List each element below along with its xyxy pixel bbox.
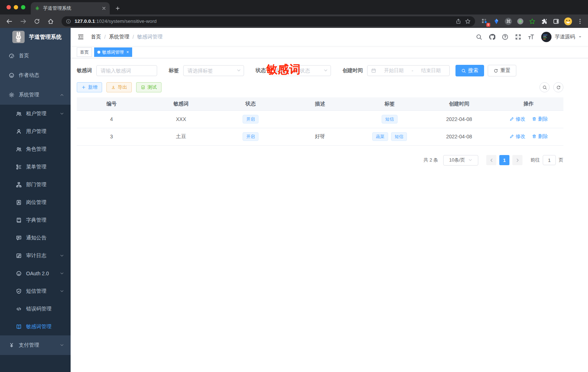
system-submenu: 租户管理 用户管理 角色管理 菜单管理 部门管理 岗位管理	[0, 105, 71, 335]
sidebar-item-system[interactable]: 系统管理	[0, 85, 71, 105]
trash-icon	[532, 134, 537, 139]
extension-blocker-button[interactable]: 9	[481, 18, 488, 25]
new-tab-button[interactable]	[113, 3, 123, 13]
edit-link[interactable]: 修改	[509, 133, 525, 140]
collapse-sidebar-button[interactable]	[76, 33, 85, 41]
browser-tab-strip: 芋道管理系统	[0, 0, 588, 14]
sidebar-item-role[interactable]: 角色管理	[0, 140, 71, 158]
browser-menu-button[interactable]	[576, 18, 584, 25]
sidebar-item-author[interactable]: 作者动态	[0, 66, 71, 85]
extension-proxy-button[interactable]	[493, 18, 500, 25]
sidebar-item-label: 系统管理	[19, 92, 55, 98]
tag-select-input[interactable]	[183, 65, 244, 76]
goto-label: 前往	[530, 157, 540, 163]
sidebar-item-sms[interactable]: 短信管理	[0, 282, 71, 300]
extension-status-button[interactable]	[517, 18, 524, 25]
site-info-icon[interactable]	[66, 19, 71, 24]
back-button[interactable]	[4, 17, 14, 26]
toggle-search-button[interactable]	[539, 82, 550, 92]
sidebar-item-dept[interactable]: 部门管理	[0, 176, 71, 193]
side-panel-button[interactable]	[553, 18, 560, 25]
prev-page-button[interactable]	[486, 155, 496, 165]
close-tab-icon[interactable]	[102, 6, 106, 11]
forward-button[interactable]	[18, 17, 28, 26]
font-size-icon[interactable]	[528, 34, 534, 40]
extension-badge: 9	[486, 23, 490, 27]
next-page-button[interactable]	[512, 155, 522, 165]
close-tag-icon[interactable]: ×	[126, 50, 129, 55]
test-button[interactable]: 测试	[136, 82, 161, 92]
sidebar-item-sensitive-word[interactable]: 敏感词管理	[0, 318, 71, 335]
cell-created: 2022-04-08	[424, 128, 494, 145]
user-icon	[16, 129, 22, 134]
home-button[interactable]	[46, 17, 56, 26]
extension-command-button[interactable]	[505, 18, 512, 25]
audit-log-icon	[16, 253, 22, 259]
page-size-select[interactable]: 10条/页	[443, 155, 478, 166]
help-icon[interactable]	[502, 34, 508, 40]
puzzle-icon	[541, 18, 547, 25]
date-range-picker[interactable]: 开始日期 - 结束日期	[367, 65, 450, 76]
sidebar-item-menu[interactable]: 菜单管理	[0, 158, 71, 176]
browser-tab[interactable]: 芋道管理系统	[31, 2, 110, 14]
date-separator: -	[412, 68, 413, 74]
zoom-window-button[interactable]	[21, 5, 25, 9]
users-icon	[16, 146, 22, 152]
sidebar-item-home[interactable]: 首页	[0, 46, 71, 66]
sidebar-item-dict[interactable]: 字典管理	[0, 211, 71, 229]
url-path: :1024/system/sensitive-word	[95, 18, 156, 24]
chevron-down-icon	[60, 289, 64, 293]
page-1-button[interactable]: 1	[499, 155, 509, 165]
delete-link[interactable]: 删除	[532, 116, 548, 122]
github-icon[interactable]	[489, 34, 495, 40]
search-button[interactable]: 搜索	[455, 65, 484, 76]
export-button[interactable]: 导出	[106, 82, 132, 92]
minimize-window-button[interactable]	[14, 5, 18, 9]
close-window-button[interactable]	[7, 5, 11, 9]
start-date-placeholder[interactable]: 开始日期	[379, 67, 409, 74]
bookmark-star-icon[interactable]	[465, 18, 471, 24]
reset-button[interactable]: 重置	[488, 65, 516, 76]
breadcrumb-system[interactable]: 系统管理	[109, 34, 129, 40]
keyword-input[interactable]	[96, 65, 157, 76]
edit-pencil-icon	[509, 134, 514, 139]
chevron-left-icon	[489, 158, 494, 163]
reload-button[interactable]	[32, 17, 42, 26]
extension-star-button[interactable]	[529, 18, 536, 25]
sidebar-item-tenant[interactable]: 租户管理	[0, 105, 71, 122]
edit-label: 修改	[516, 133, 525, 140]
tag-sensitive-word[interactable]: 敏感词管理 ×	[94, 47, 132, 57]
sidebar-item-user[interactable]: 用户管理	[0, 122, 71, 140]
tag-home[interactable]: 首页	[77, 47, 92, 57]
sidebar-item-label: 部门管理	[26, 181, 64, 188]
fullscreen-icon[interactable]	[515, 34, 521, 40]
extensions-menu-button[interactable]	[541, 18, 548, 25]
sidebar-item-audit[interactable]: 审计日志	[0, 247, 71, 264]
profile-avatar[interactable]	[564, 18, 572, 25]
sidebar: 芋道管理系统 首页 作者动态 系统管理 租户管理 用户管理	[0, 28, 71, 372]
status-label: 状态	[256, 67, 266, 74]
sidebar-item-errorcode[interactable]: 错误码管理	[0, 300, 71, 318]
window-controls	[7, 5, 25, 9]
add-button[interactable]: 新增	[77, 82, 102, 92]
end-date-placeholder[interactable]: 结束日期	[416, 67, 446, 74]
download-icon	[111, 85, 116, 89]
edit-link[interactable]: 修改	[509, 116, 525, 122]
sidebar-item-notice[interactable]: 通知公告	[0, 229, 71, 247]
delete-link[interactable]: 删除	[532, 133, 548, 140]
sidebar-item-oauth[interactable]: OAuth 2.0	[0, 264, 71, 282]
header-search-icon[interactable]	[476, 34, 482, 40]
address-bar[interactable]: 127.0.0.1:1024/system/sensitive-word	[62, 16, 475, 26]
page-size-value: 10条/页	[449, 157, 465, 163]
url-host: 127.0.0.1	[75, 18, 95, 24]
tag-select[interactable]	[183, 65, 244, 76]
share-icon[interactable]	[455, 18, 461, 24]
goto-page-input[interactable]	[543, 155, 556, 165]
sidebar-item-pay[interactable]: 支付管理	[0, 335, 71, 355]
breadcrumb-home[interactable]: 首页	[91, 34, 101, 40]
refresh-table-button[interactable]	[553, 82, 563, 92]
user-dropdown[interactable]: 芋道源码	[541, 32, 582, 42]
extension-icons: 9	[481, 18, 584, 25]
sidebar-item-post[interactable]: 岗位管理	[0, 193, 71, 211]
app-logo[interactable]: 芋道管理系统	[0, 28, 71, 46]
